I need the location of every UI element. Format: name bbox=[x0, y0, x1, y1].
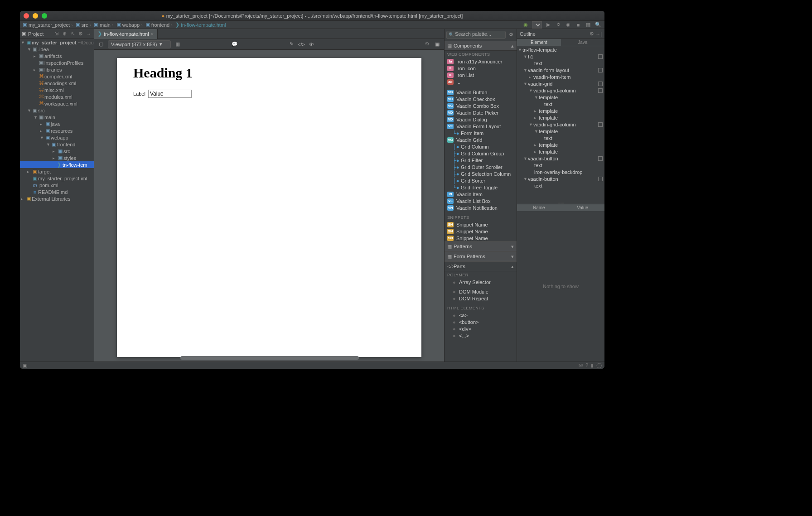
item-vaadin-notif[interactable]: VNVaadin Notification bbox=[445, 204, 517, 211]
subitem-grid-outer[interactable]: ├●Grid Outer Scroller bbox=[445, 164, 517, 170]
horizontal-scrollbar[interactable] bbox=[180, 356, 359, 360]
search-icon[interactable]: 🔍 bbox=[594, 21, 602, 29]
subitem-grid-sorter[interactable]: ├●Grid Sorter bbox=[445, 177, 517, 184]
item-vaadin-button[interactable]: VBVaadin Button bbox=[445, 89, 517, 96]
item-ellipsis[interactable]: ab... bbox=[445, 78, 517, 85]
item-vaadin-combo[interactable]: VCVaadin Combo Box bbox=[445, 102, 517, 109]
crumb-main[interactable]: ▣main› bbox=[94, 22, 114, 28]
crumb-src[interactable]: ▣src› bbox=[76, 22, 91, 28]
coverage-icon[interactable]: ◉ bbox=[565, 21, 572, 29]
part-div[interactable]: ●<div> bbox=[445, 325, 517, 332]
canvas-wrap[interactable]: Heading 1 Label bbox=[94, 50, 444, 362]
split-icon[interactable]: ▥ bbox=[174, 40, 182, 48]
item-vaadin-item[interactable]: VIVaadin Item bbox=[445, 191, 517, 198]
help-icon[interactable]: ? bbox=[585, 362, 588, 368]
outline-panel: Outline ⚙ →| Element Java ▼tn-flow-tempa… bbox=[517, 29, 604, 362]
parts-body[interactable]: POLYMER ●Array Selector ●DOM Module ●DOM… bbox=[445, 271, 517, 339]
close-tab-icon[interactable]: × bbox=[151, 31, 154, 37]
selected-file[interactable]: ❯ tn-flow-tem bbox=[20, 161, 94, 168]
warning-icon[interactable]: ▮ bbox=[591, 362, 594, 368]
outline-tree[interactable]: ▼tn-flow-tempate ▼h1 text ▼vaadin-form-l… bbox=[517, 46, 604, 202]
item-vaadin-list[interactable]: VLVaadin List Box bbox=[445, 198, 517, 204]
gear-icon[interactable]: ⚙ bbox=[77, 31, 84, 37]
item-snippet-3[interactable]: SNSnippet Name bbox=[445, 235, 517, 241]
stop-icon[interactable]: ■ bbox=[575, 21, 582, 29]
event-icon[interactable]: ◯ bbox=[596, 362, 602, 368]
crumb-frontend[interactable]: ▣frontend› bbox=[145, 22, 173, 28]
frame-icon[interactable]: ▢ bbox=[97, 40, 105, 48]
collapse-icon[interactable]: ⇲ bbox=[53, 31, 59, 37]
subitem-grid-column-group[interactable]: ├●Grid Column Group bbox=[445, 150, 517, 157]
design-canvas[interactable]: Heading 1 Label bbox=[117, 58, 421, 357]
expand-icon[interactable]: ⇱ bbox=[69, 31, 76, 37]
project-header[interactable]: ▣Project ⇲ ⊕ ⇱ ⚙ → bbox=[20, 29, 94, 39]
part-array-selector[interactable]: ●Array Selector bbox=[445, 279, 517, 285]
tab-tn-flow[interactable]: ❯ tn-flow-tempate.html × bbox=[94, 29, 158, 39]
editor-area: ❯ tn-flow-tempate.html × ▢ Viewport (877… bbox=[94, 29, 444, 362]
code-icon[interactable]: </> bbox=[297, 40, 305, 48]
preview-icon[interactable]: 👁 bbox=[307, 40, 315, 48]
item-vaadin-checkbox[interactable]: VCVaadin Checkbox bbox=[445, 96, 517, 102]
editor-tabs: ❯ tn-flow-tempate.html × bbox=[94, 29, 444, 39]
tool-window-icon[interactable]: ▣ bbox=[23, 362, 27, 368]
preview-heading: Heading 1 bbox=[133, 65, 405, 81]
section-components[interactable]: ▦Components▴ bbox=[445, 41, 517, 51]
subitem-grid-column[interactable]: ├●Grid Column bbox=[445, 143, 517, 150]
project-tree[interactable]: ▼▣my_starter_project ~/Docu ▼▣.idea ▸▣ar… bbox=[20, 39, 94, 362]
collapse-icon[interactable]: →| bbox=[595, 31, 602, 37]
properties-header: Name Value bbox=[517, 204, 604, 211]
item-vaadin-date[interactable]: VDVaadin Date Picker bbox=[445, 109, 517, 116]
outline-header[interactable]: Outline ⚙ →| bbox=[517, 29, 604, 39]
crumb-file[interactable]: ❯ tn-flow-tempate.html bbox=[175, 22, 226, 28]
subitem-grid-filter[interactable]: ├●Grid Filter bbox=[445, 157, 517, 164]
viewport-select[interactable]: Viewport (877 x 858) ▾ bbox=[108, 40, 171, 48]
viewport-toolbar: ▢ Viewport (877 x 858) ▾ ▥ 💬 ✎ </> 👁 ⦰ ▣ bbox=[94, 39, 444, 50]
debug-icon[interactable]: ✲ bbox=[555, 21, 562, 29]
part-a[interactable]: ●<a> bbox=[445, 312, 517, 318]
statusbar: ▣ ✉ ? ▮ ◯ bbox=[20, 362, 604, 369]
palette-gear-icon[interactable]: ⚙ bbox=[508, 31, 515, 38]
gear-icon[interactable]: ⚙ bbox=[590, 31, 594, 37]
notification-icon[interactable]: ✉ bbox=[579, 362, 583, 368]
item-vaadin-grid[interactable]: VGVaadin Grid bbox=[445, 136, 517, 143]
tab-element[interactable]: Element bbox=[517, 39, 561, 46]
edit-icon[interactable]: ✎ bbox=[287, 40, 295, 48]
visibility-icon[interactable]: ⦰ bbox=[423, 40, 431, 48]
palette-panel: Search palette... ⚙ ▦Components▴ WEB COM… bbox=[444, 29, 517, 362]
item-iron-a11y[interactable]: IaIron a11y Announcer bbox=[445, 58, 517, 65]
compass-icon[interactable]: ◉ bbox=[522, 21, 529, 29]
item-snippet-1[interactable]: SNSnippet Name bbox=[445, 221, 517, 228]
breadcrumb: ▣my_starter_project› ▣src› ▣main› ▣webap… bbox=[20, 21, 604, 29]
part-button[interactable]: ●<button> bbox=[445, 318, 517, 325]
target-icon[interactable]: ⊕ bbox=[61, 31, 68, 37]
subitem-grid-sel[interactable]: ├●Grid Selection Column bbox=[445, 170, 517, 177]
window-title: ● my_starter_project [~/Documents/Projec… bbox=[20, 13, 604, 19]
item-iron-list[interactable]: ILIron List bbox=[445, 72, 517, 78]
part-dom-module[interactable]: ●DOM Module bbox=[445, 288, 517, 295]
titlebar: ● my_starter_project [~/Documents/Projec… bbox=[20, 11, 604, 21]
run-icon[interactable]: ▶ bbox=[545, 21, 552, 29]
device-icon[interactable]: ▣ bbox=[433, 40, 441, 48]
crumb-webapp[interactable]: ▣webapp› bbox=[116, 22, 143, 28]
section-patterns[interactable]: ▦Patterns▾ bbox=[445, 241, 517, 251]
comment-icon[interactable]: 💬 bbox=[231, 40, 239, 48]
hide-icon[interactable]: → bbox=[86, 31, 92, 37]
item-vaadin-dialog[interactable]: VDVaadin Dialog bbox=[445, 116, 517, 123]
subitem-grid-tree[interactable]: └●Grid Tree Toggle bbox=[445, 184, 517, 191]
section-parts[interactable]: </>Parts▴ bbox=[445, 261, 517, 271]
run-config-select[interactable] bbox=[532, 21, 542, 29]
part-more[interactable]: ●<...> bbox=[445, 332, 517, 339]
crumb-project[interactable]: ▣my_starter_project› bbox=[23, 22, 73, 28]
item-iron-icon[interactable]: IIIron Icon bbox=[445, 65, 517, 72]
item-snippet-2[interactable]: SNSnippet Name bbox=[445, 228, 517, 235]
tab-java[interactable]: Java bbox=[561, 39, 605, 46]
components-body[interactable]: WEB COMPONENTS IaIron a11y Announcer III… bbox=[445, 51, 517, 241]
item-vaadin-form[interactable]: VFVaadin Form Layout bbox=[445, 123, 517, 130]
palette-search[interactable]: Search palette... bbox=[446, 31, 506, 39]
layout-icon[interactable]: ▦ bbox=[585, 21, 592, 29]
subitem-form-item[interactable]: └●Form Item bbox=[445, 130, 517, 136]
preview-input[interactable] bbox=[148, 90, 192, 98]
section-form-patterns[interactable]: ▦Form Patterns▾ bbox=[445, 251, 517, 261]
outline-tabs: Element Java bbox=[517, 39, 604, 46]
part-dom-repeat[interactable]: ●DOM Repeat bbox=[445, 295, 517, 302]
